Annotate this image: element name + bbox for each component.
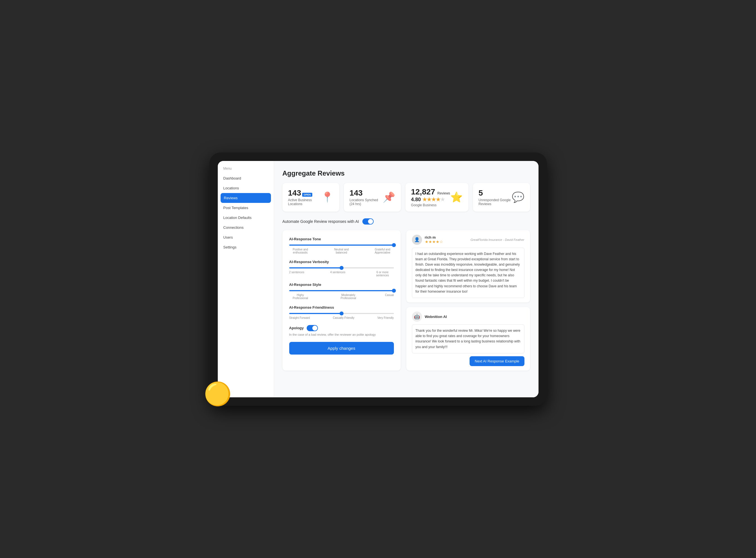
tone-slider-section: AI-Response Tone Positive and enthusiast… [289, 237, 394, 254]
reviewer-info-1: 👤 rich m ★★★★☆ [412, 235, 443, 245]
stat-number-synched: 143 [349, 188, 383, 198]
review-text-2: Thank you for the wonderful review Mr. M… [412, 325, 524, 353]
verbosity-slider-section: AI-Response Verbosity 2 sentences 4 sent… [289, 260, 394, 277]
verbosity-label: AI-Response Verbosity [289, 260, 394, 264]
reviewer-avatar-1: 👤 [412, 235, 422, 245]
stats-row: 143OPEN Active Business Locations 📍 143 … [283, 183, 530, 211]
stat-number-reviews: 12,827 [411, 187, 435, 196]
friendliness-thumb[interactable] [340, 311, 343, 315]
style-labels: Highy Professional Moderately Profession… [289, 294, 394, 300]
review-source-1: GreatFlorida Insurance - David Feather [470, 238, 524, 242]
sidebar-item-reviews[interactable]: Reviews [220, 193, 271, 203]
verbosity-thumb[interactable] [340, 266, 343, 270]
sidebar-item-users[interactable]: Users [218, 232, 274, 242]
review-card-footer: Next AI Response Example [412, 356, 524, 366]
stat-card-reviews: 12,827 Reviews 4.80 ★★★★★ Google Busines… [406, 183, 468, 211]
style-thumb[interactable] [392, 289, 396, 293]
sidebar-item-connections[interactable]: Connections [218, 223, 274, 232]
sidebar-item-dashboard[interactable]: Dashboard [218, 173, 274, 183]
stat-number-locations: 143OPEN [288, 188, 321, 198]
next-ai-response-button[interactable]: Next AI Response Example [470, 356, 524, 366]
style-slider-section: AI-Response Style Highy Professional Mod… [289, 282, 394, 300]
synched-icon: 📌 [383, 191, 395, 203]
main-content: Aggregate Reviews 143OPEN Active Busines… [274, 161, 539, 397]
stat-sub-synched: Locations Synched (24 hrs) [349, 198, 383, 206]
reviewer-stars-1: ★★★★☆ [425, 239, 443, 244]
tone-fill [289, 245, 394, 246]
stat-sub-reviews: Google Business [411, 203, 450, 207]
apply-changes-button[interactable]: Apply changes [289, 342, 394, 355]
menu-label: Menu [218, 167, 274, 173]
sidebar-item-locations[interactable]: Locations [218, 183, 274, 193]
sidebar: Menu Dashboard Locations Reviews Post Te… [218, 161, 274, 397]
friendliness-fill [289, 313, 342, 314]
review-text-1: I had an outstanding experience working … [412, 248, 524, 298]
tone-thumb[interactable] [392, 243, 396, 247]
style-track[interactable] [289, 290, 394, 291]
review-card-1: 👤 rich m ★★★★☆ GreatFlorida Insurance - … [406, 230, 530, 303]
review-card-2: 🤖 Webnition AI Thank you for the wonderf… [406, 307, 530, 371]
settings-panel: AI-Response Tone Positive and enthusiast… [283, 230, 401, 371]
friendliness-labels: Straight Forward Casually Friendly Very … [289, 316, 394, 320]
friendliness-slider-section: AI-Response Friendliness Straight Forwar… [289, 305, 394, 320]
reviewer-name-2: Webnition AI [425, 314, 447, 319]
tone-track[interactable] [289, 245, 394, 246]
style-fill [289, 290, 394, 291]
reviewer-info-2: 🤖 Webnition AI [412, 311, 447, 322]
review-panel: 👤 rich m ★★★★☆ GreatFlorida Insurance - … [406, 230, 530, 371]
ai-avatar: 🤖 [412, 311, 422, 322]
stat-sub-locations: Active Business Locations [288, 198, 321, 206]
verbosity-track[interactable] [289, 267, 394, 269]
stars-icon: ⭐ [450, 191, 463, 203]
stat-card-locations: 143OPEN Active Business Locations 📍 [283, 183, 340, 211]
stat-sub-unresponded: Unresponded Google Reviews [478, 198, 512, 206]
stat-rating: 4.80 ★★★★★ [411, 196, 450, 203]
apology-row: Apology [289, 325, 394, 331]
friendliness-label: AI-Response Friendliness [289, 305, 394, 309]
stat-card-unresponded: 5 Unresponded Google Reviews 💬 [473, 183, 530, 211]
sidebar-item-location-defaults[interactable]: Location Defaults [218, 213, 274, 223]
friendliness-track[interactable] [289, 313, 394, 314]
automate-row: Automate Google Review responses with AI [283, 218, 530, 225]
page-title: Aggregate Reviews [283, 170, 530, 177]
chat-icon: 💬 [512, 191, 524, 203]
tone-label: AI-Response Tone [289, 237, 394, 241]
tone-labels: Positive and enthusiastic Neutral and ba… [289, 248, 394, 254]
verbosity-labels: 2 sentences 4 sentences 6 or more senten… [289, 271, 394, 277]
apology-label: Apology [289, 326, 304, 330]
apology-toggle[interactable] [307, 325, 318, 331]
sidebar-item-settings[interactable]: Settings [218, 242, 274, 252]
open-badge: OPEN [302, 193, 312, 197]
automate-toggle[interactable] [362, 218, 374, 225]
reviewer-name-1: rich m [425, 235, 443, 239]
verbosity-fill [289, 267, 342, 269]
style-label: AI-Response Style [289, 282, 394, 287]
automate-label: Automate Google Review responses with AI [283, 219, 359, 224]
panels-row: AI-Response Tone Positive and enthusiast… [283, 230, 530, 371]
stat-card-synched: 143 Locations Synched (24 hrs) 📌 [344, 183, 401, 211]
review-header-2: 🤖 Webnition AI [412, 311, 524, 322]
apology-desc: In the case of a bad review, offer the r… [289, 333, 394, 336]
review-header-1: 👤 rich m ★★★★☆ GreatFlorida Insurance - … [412, 235, 524, 245]
sidebar-item-post-templates[interactable]: Post Templates [218, 203, 274, 213]
stat-number-unresponded: 5 [478, 188, 512, 198]
location-icon: 📍 [321, 191, 334, 203]
